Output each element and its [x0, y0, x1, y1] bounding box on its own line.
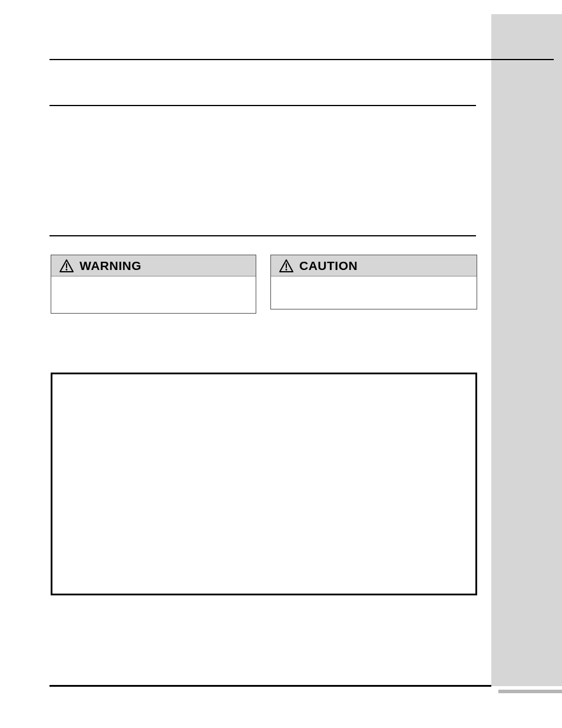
caution-header: CAUTION	[271, 255, 477, 276]
document-page: WARNING CAUTION	[0, 0, 562, 728]
warning-label: WARNING	[80, 259, 141, 273]
rule-top-1	[49, 59, 554, 60]
warning-body	[51, 276, 256, 313]
alert-triangle-icon	[279, 259, 293, 272]
svg-point-5	[286, 269, 287, 271]
rule-top-2	[49, 105, 476, 106]
rule-mid	[49, 235, 476, 236]
alert-triangle-icon	[59, 259, 74, 272]
caution-label: CAUTION	[299, 259, 358, 273]
caution-body	[271, 276, 477, 309]
rule-bottom	[49, 685, 491, 687]
section-tab	[491, 14, 562, 686]
content-panel	[51, 373, 477, 595]
caution-callout: CAUTION	[270, 255, 477, 309]
warning-callout: WARNING	[51, 255, 256, 314]
section-tab-shadow	[498, 690, 562, 693]
svg-point-2	[66, 269, 68, 271]
warning-header: WARNING	[51, 255, 256, 276]
